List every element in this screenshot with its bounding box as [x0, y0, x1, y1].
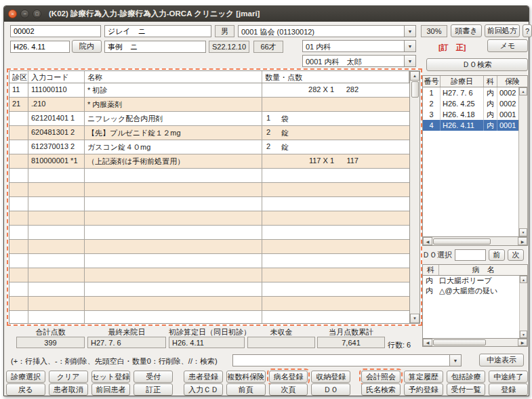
window-close-icon[interactable]: ×: [8, 9, 17, 18]
dropdown-arrow-icon[interactable]: ▼: [404, 26, 415, 37]
footer-button[interactable]: 病名登録: [269, 371, 308, 383]
footer-button[interactable]: クリア: [49, 371, 88, 383]
dropdown-arrow-icon[interactable]: ▼: [404, 56, 415, 66]
order-row-empty[interactable]: [9, 197, 409, 211]
footer-button[interactable]: 受付: [134, 371, 173, 383]
order-row-empty[interactable]: [9, 183, 409, 197]
scroll-down-icon[interactable]: ▼: [520, 331, 527, 338]
order-cell-empty: [28, 240, 85, 253]
order-table-vscrollbar[interactable]: ▲ ▼: [409, 71, 420, 323]
footer-button[interactable]: 患者登録: [184, 371, 223, 383]
order-row-empty[interactable]: [9, 226, 409, 240]
scroll-down-icon[interactable]: ▼: [519, 228, 527, 236]
hscroll-thumb[interactable]: [433, 238, 491, 245]
footer-button[interactable]: 受付一覧: [447, 383, 486, 396]
order-cell-empty: [28, 268, 85, 282]
doctor-combo[interactable]: 0001 内科 太郎 ▼: [302, 55, 416, 67]
footer-button[interactable]: 中途終了: [489, 371, 528, 383]
scroll-up-icon[interactable]: ▲: [519, 87, 527, 96]
scroll-right-icon[interactable]: ▶: [518, 237, 527, 245]
order-row[interactable]: 21 .210 * 内服薬剤: [9, 98, 409, 112]
window-maximize-icon[interactable]: □: [33, 9, 41, 18]
visit-history-row[interactable]: 3 H26. 4.18 内 0001: [423, 109, 527, 120]
order-row-empty[interactable]: [9, 169, 409, 183]
dropdown-arrow-icon[interactable]: ▼: [404, 41, 415, 51]
disease-row[interactable]: 内 口大腸ポリープ: [423, 276, 527, 286]
patient-name-field[interactable]: [104, 41, 206, 53]
footer-button[interactable]: 氏名検索: [361, 383, 401, 396]
order-row[interactable]: 621201401 1 ニフレック配合内用剤 1 袋: [9, 112, 409, 126]
previous-prescription-button[interactable]: 前回処方: [485, 24, 520, 37]
do-prev-button[interactable]: 前: [489, 249, 505, 261]
visit-date-field[interactable]: [10, 41, 70, 53]
memo-button[interactable]: メモ: [487, 39, 528, 52]
footer-button[interactable]: 算定履歴: [404, 371, 443, 383]
window-minimize-icon[interactable]: −: [20, 9, 29, 18]
scroll-right-icon[interactable]: ▶: [518, 339, 527, 346]
hscroll-thumb[interactable]: [433, 339, 486, 345]
footer-button[interactable]: 訂正: [134, 383, 173, 396]
visit-history-row[interactable]: 4 H26. 4.11 内 0001: [423, 120, 527, 131]
dropdown-arrow-icon[interactable]: ▼: [449, 355, 461, 366]
order-row[interactable]: 11 111000110 * 初診 282 X 1 282: [9, 83, 409, 98]
do-search-button[interactable]: ＤＯ検索: [426, 58, 528, 71]
insurance-combo[interactable]: 0001 協会 (01130012) ▼: [238, 25, 416, 37]
footer-button[interactable]: 登録: [489, 383, 528, 396]
order-row-empty[interactable]: [9, 268, 409, 282]
visit-history-hscrollbar[interactable]: ◀ ▶: [423, 236, 527, 245]
department-combo[interactable]: 01 内科 ▼: [302, 40, 416, 52]
scroll-left-icon[interactable]: ◀: [423, 237, 432, 245]
footer-button[interactable]: 患者取消: [49, 383, 88, 396]
qty-unit: 袋: [281, 114, 302, 123]
vscroll-thumb[interactable]: [411, 81, 419, 98]
order-cell-empty: [9, 197, 28, 211]
order-row[interactable]: 612370013 2 ガスコン錠４０mg 2 錠: [9, 140, 409, 154]
order-row-empty[interactable]: [9, 311, 409, 323]
disease-table-hscrollbar[interactable]: ◀ ▶: [423, 338, 527, 346]
scroll-up-icon[interactable]: ▲: [410, 71, 420, 81]
footer-button[interactable]: 前頁: [226, 383, 266, 396]
visit-history-row[interactable]: 1 H27. 7. 6 内 0002: [423, 87, 527, 98]
footer-button[interactable]: 次頁: [269, 383, 308, 396]
scroll-down-icon[interactable]: ▼: [410, 314, 420, 323]
footer-button[interactable]: 包括診療: [447, 371, 486, 383]
order-row-empty[interactable]: [9, 297, 409, 311]
command-input-combo[interactable]: ▼: [232, 354, 462, 366]
order-row[interactable]: 620481301 2 【先】プルゼニド錠１２mg 2 錠: [9, 126, 409, 140]
footer-button[interactable]: 戻る: [6, 383, 45, 396]
qty-expression: [302, 128, 334, 138]
atamagaki-button[interactable]: 頭書き: [451, 24, 482, 37]
scroll-left-icon[interactable]: ◀: [423, 339, 432, 346]
kana-name-field[interactable]: [104, 25, 211, 37]
order-cell-code: .210: [28, 98, 85, 111]
disease-row[interactable]: 内 △@大腸癌の疑い: [423, 286, 527, 296]
footer-button[interactable]: 複数科保険: [226, 371, 266, 383]
order-row-empty[interactable]: [9, 282, 409, 297]
footer-button[interactable]: 予約登録: [404, 383, 443, 396]
footer-button[interactable]: 入力ＣＤ: [184, 383, 223, 396]
footer-button[interactable]: 診療選択: [6, 371, 45, 383]
disease-table: 科 病 名 内 口大腸ポリープ 内 △@大腸癌の疑い ▲: [422, 264, 528, 347]
qty-total: [334, 142, 359, 152]
command-input[interactable]: [233, 355, 449, 366]
do-select-input[interactable]: [455, 249, 486, 261]
visit-history-vscrollbar[interactable]: ▲ ▼: [518, 87, 527, 236]
scroll-up-icon[interactable]: ▲: [520, 276, 527, 283]
footer-button[interactable]: 会計照会: [361, 371, 401, 383]
footer-button[interactable]: セット登録: [91, 371, 131, 383]
visit-history-row[interactable]: 2 H26. 4.25 内 0002: [423, 98, 527, 109]
help-button[interactable]: ?: [523, 24, 532, 37]
patient-id-field[interactable]: [10, 25, 101, 37]
footer-button[interactable]: ＤＯ: [311, 383, 350, 396]
footer-button[interactable]: 収納登録: [311, 371, 350, 383]
order-row-empty[interactable]: [9, 211, 409, 226]
do-next-button[interactable]: 次: [508, 249, 524, 261]
innai-button[interactable]: 院内: [72, 40, 102, 53]
disease-table-vscrollbar[interactable]: ▲ ▼: [519, 276, 527, 338]
order-row[interactable]: 810000001 *1 （上記薬剤は手術前処置用） 117 X 1 117: [9, 154, 409, 169]
order-row-empty[interactable]: [9, 240, 409, 254]
footer-button[interactable]: 前回患者: [91, 383, 131, 396]
order-cell-empty: [9, 183, 28, 196]
order-row-empty[interactable]: [9, 254, 409, 268]
chuto-display-button[interactable]: 中途表示: [479, 354, 524, 366]
